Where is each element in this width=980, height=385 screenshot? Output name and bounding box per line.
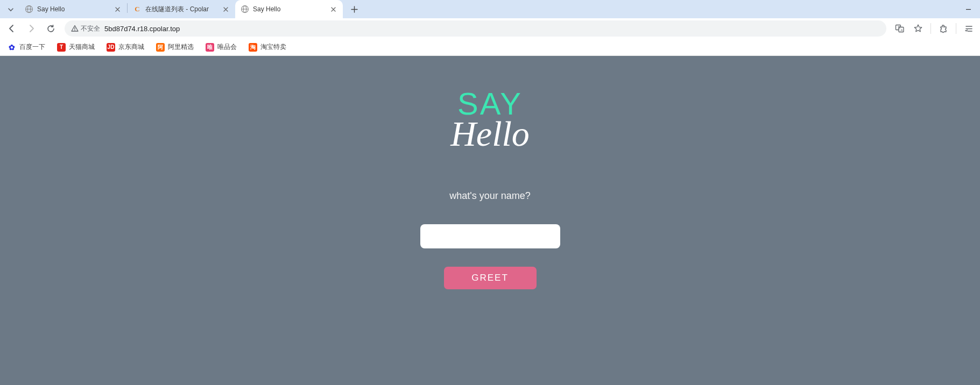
title-hello: Hello [450, 116, 530, 152]
tab-cpolar[interactable]: C 在线隧道列表 - Cpolar [128, 0, 235, 18]
bookmark-jd[interactable]: JD 京东商城 [104, 41, 146, 53]
translate-icon[interactable]: 文A [892, 20, 908, 37]
tab-title: Say Hello [37, 5, 109, 13]
ali-icon: 阿 [156, 43, 165, 52]
bookmark-tmall[interactable]: T 天猫商城 [55, 41, 97, 53]
bookmarks-bar: ✿ 百度一下 T 天猫商城 JD 京东商城 阿 阿里精选 唯 唯品会 淘 淘宝特… [0, 39, 980, 56]
svg-point-8 [74, 30, 75, 31]
greet-button[interactable]: GREET [444, 267, 537, 289]
close-icon[interactable] [329, 5, 337, 13]
address-bar[interactable]: 不安全 [65, 20, 886, 37]
tab-search-dropdown[interactable] [3, 2, 18, 17]
close-icon[interactable] [221, 5, 230, 13]
prompt-text: what's your name? [449, 190, 531, 202]
reload-button[interactable] [42, 20, 59, 37]
bookmark-taobao[interactable]: 淘 淘宝特卖 [246, 41, 288, 53]
address-bar-row: 不安全 文A [0, 18, 980, 39]
tab-say-hello-active[interactable]: Say Hello [235, 0, 343, 18]
bookmark-label: 阿里精选 [168, 42, 194, 52]
warning-icon [71, 25, 79, 32]
tab-strip: Say Hello C 在线隧道列表 - Cpolar Say Hello [0, 0, 980, 18]
svg-text:A: A [901, 28, 903, 32]
window-minimize-button[interactable] [956, 0, 980, 18]
tab-title: Say Hello [253, 5, 325, 13]
page-content: SAY Hello what's your name? GREET [0, 56, 980, 385]
new-tab-button[interactable] [346, 1, 362, 17]
bookmark-baidu[interactable]: ✿ 百度一下 [5, 41, 47, 53]
forward-button[interactable] [23, 20, 40, 37]
bookmark-label: 淘宝特卖 [260, 42, 286, 52]
bookmark-label: 天猫商城 [69, 42, 95, 52]
security-indicator[interactable]: 不安全 [71, 24, 100, 33]
globe-icon [241, 5, 249, 13]
tab-say-hello-1[interactable]: Say Hello [19, 0, 127, 18]
bookmark-label: 百度一下 [19, 42, 45, 52]
url-input[interactable] [104, 25, 880, 33]
taobao-icon: 淘 [249, 43, 257, 52]
weipinhui-icon: 唯 [206, 43, 214, 52]
bookmark-star-icon[interactable] [910, 20, 926, 37]
separator [930, 23, 931, 34]
globe-icon [25, 5, 33, 13]
bookmark-label: 京东商城 [118, 42, 144, 52]
back-button[interactable] [3, 20, 20, 37]
reading-list-icon[interactable] [961, 20, 977, 37]
bookmark-ali[interactable]: 阿 阿里精选 [154, 41, 196, 53]
close-icon[interactable] [113, 5, 122, 13]
bookmark-weipinhui[interactable]: 唯 唯品会 [203, 41, 239, 53]
tmall-icon: T [57, 43, 66, 52]
jd-icon: JD [107, 43, 115, 52]
separator [956, 23, 956, 34]
browser-chrome: Say Hello C 在线隧道列表 - Cpolar Say Hello [0, 0, 980, 56]
baidu-icon: ✿ [8, 43, 16, 52]
tab-title: 在线隧道列表 - Cpolar [145, 5, 217, 14]
name-input[interactable] [420, 224, 560, 248]
extensions-icon[interactable] [935, 20, 951, 37]
bookmark-label: 唯品会 [217, 42, 237, 52]
security-label: 不安全 [81, 24, 100, 33]
cpolar-icon: C [133, 5, 142, 13]
